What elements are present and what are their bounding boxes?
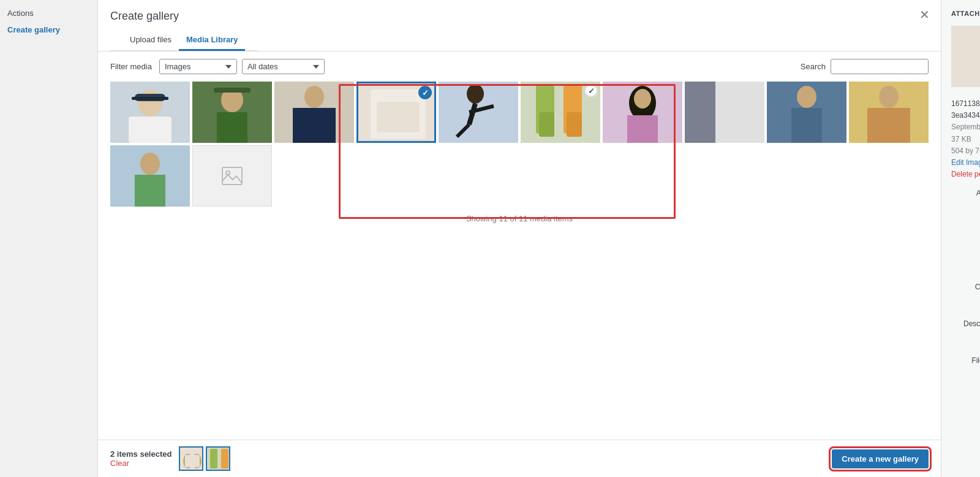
media-area: ✓: [98, 82, 941, 440]
media-item-5[interactable]: [439, 82, 518, 143]
svg-rect-24: [539, 112, 554, 137]
sidebar-item-actions[interactable]: Actions: [0, 5, 97, 21]
attachment-date: September 21, 2023: [951, 121, 980, 133]
check-mark-4: ✓: [418, 86, 432, 99]
svg-rect-4: [129, 116, 172, 143]
svg-rect-38: [867, 108, 910, 143]
svg-rect-41: [135, 175, 165, 207]
filter-bar: Filter media Images All media items All …: [98, 52, 941, 82]
media-item-3[interactable]: [274, 82, 354, 143]
selected-thumb-2[interactable]: [206, 446, 230, 471]
tab-media-library[interactable]: Media Library: [179, 30, 246, 51]
media-item-4[interactable]: ✓: [356, 82, 436, 143]
tab-bar: Upload files Media Library: [110, 30, 257, 51]
svg-point-1: [138, 90, 162, 116]
selected-thumbnails: [179, 446, 230, 471]
svg-rect-26: [567, 112, 582, 137]
attachment-dimensions: 504 by 757 pixels: [951, 145, 980, 157]
modal-content: Create gallery Upload files Media Librar…: [98, 0, 941, 477]
svg-point-29: [634, 89, 651, 109]
svg-rect-11: [293, 108, 336, 143]
file-url-label: File URL: [951, 354, 980, 365]
attachment-size: 37 KB: [951, 134, 980, 145]
media-item-10[interactable]: [849, 82, 929, 143]
svg-rect-42: [222, 167, 242, 185]
modal-header: Create gallery Upload files Media Librar…: [98, 0, 941, 52]
svg-rect-30: [627, 115, 658, 143]
svg-rect-49: [210, 449, 217, 468]
svg-rect-35: [791, 108, 822, 143]
media-item-11[interactable]: [110, 145, 190, 207]
attachment-details-title: ATTACHMENT DETAILS: [951, 10, 980, 17]
svg-rect-7: [214, 88, 251, 93]
sidebar-create-gallery-label: Create gallery: [7, 25, 60, 34]
media-item-2[interactable]: [192, 82, 272, 143]
sidebar-item-create-gallery[interactable]: Create gallery: [0, 21, 97, 38]
selected-thumb-1[interactable]: [179, 446, 203, 471]
modal-title: Create gallery: [110, 10, 257, 23]
search-label: Search: [801, 62, 826, 71]
tab-upload-files[interactable]: Upload files: [123, 30, 179, 51]
description-row: Description: [951, 317, 980, 348]
svg-rect-3: [132, 97, 168, 100]
media-item-1[interactable]: [110, 82, 190, 143]
svg-point-37: [879, 86, 899, 108]
attachment-thumbnail: [951, 26, 980, 87]
title-label: Title: [951, 259, 980, 270]
sidebar-actions-label: Actions: [7, 9, 34, 18]
title-row: Title: [951, 259, 980, 274]
media-item-12[interactable]: [192, 145, 272, 207]
description-label: Description: [951, 317, 980, 328]
alt-text-row: Alt Text Learn how to describe the purpo…: [951, 186, 980, 253]
sidebar: Actions Create gallery: [0, 0, 98, 477]
svg-rect-8: [217, 112, 247, 143]
media-row-2: [110, 145, 929, 207]
attachment-filename: 167113864-14d59cf5-1233-4053-8193-070413…: [951, 98, 980, 121]
media-item-9[interactable]: [767, 82, 846, 143]
media-item-7[interactable]: [603, 82, 682, 143]
filter-label: Filter media: [110, 62, 152, 71]
media-row-1: ✓: [110, 82, 929, 143]
caption-label: Caption: [951, 280, 980, 291]
media-status: Showing 11 of 11 media items: [110, 209, 929, 228]
selected-count: 2 items selected: [110, 449, 172, 459]
svg-point-10: [304, 86, 324, 108]
filter-type-select[interactable]: Images All media items: [159, 59, 237, 74]
check-mark-6: ✓: [584, 84, 598, 97]
placeholder-icon: [193, 146, 271, 206]
filter-date-select[interactable]: All dates September 2023: [242, 59, 325, 74]
svg-rect-32: [685, 82, 715, 143]
media-item-8[interactable]: [685, 82, 764, 143]
footer-left: 2 items selected Clear: [110, 449, 172, 468]
svg-rect-50: [221, 449, 228, 468]
alt-text-label: Alt Text: [951, 186, 980, 197]
attachment-details-panel: ATTACHMENT DETAILS 167113864-14d59cf5-12…: [941, 0, 980, 477]
file-url-row: File URL: [951, 354, 980, 368]
close-button[interactable]: ✕: [914, 6, 935, 23]
svg-point-40: [140, 153, 160, 175]
media-item-6[interactable]: ✓: [521, 82, 600, 143]
search-area: Search: [801, 59, 929, 74]
create-new-gallery-button[interactable]: Create a new gallery: [832, 449, 929, 468]
svg-point-18: [467, 84, 484, 104]
footer: 2 items selected Clear: [98, 440, 941, 477]
clear-selection-link[interactable]: Clear: [110, 459, 172, 468]
attachment-meta: 167113864-14d59cf5-1233-4053-8193-070413…: [951, 98, 980, 180]
svg-rect-16: [377, 102, 420, 132]
filter-left: Filter media Images All media items All …: [110, 59, 325, 74]
svg-rect-51: [951, 26, 980, 87]
svg-rect-47: [185, 455, 200, 467]
search-input[interactable]: [831, 59, 929, 74]
delete-permanently-link[interactable]: Delete permanently: [951, 169, 980, 180]
caption-row: Caption: [951, 280, 980, 311]
svg-point-34: [797, 86, 816, 108]
edit-image-link[interactable]: Edit Image: [951, 157, 980, 169]
